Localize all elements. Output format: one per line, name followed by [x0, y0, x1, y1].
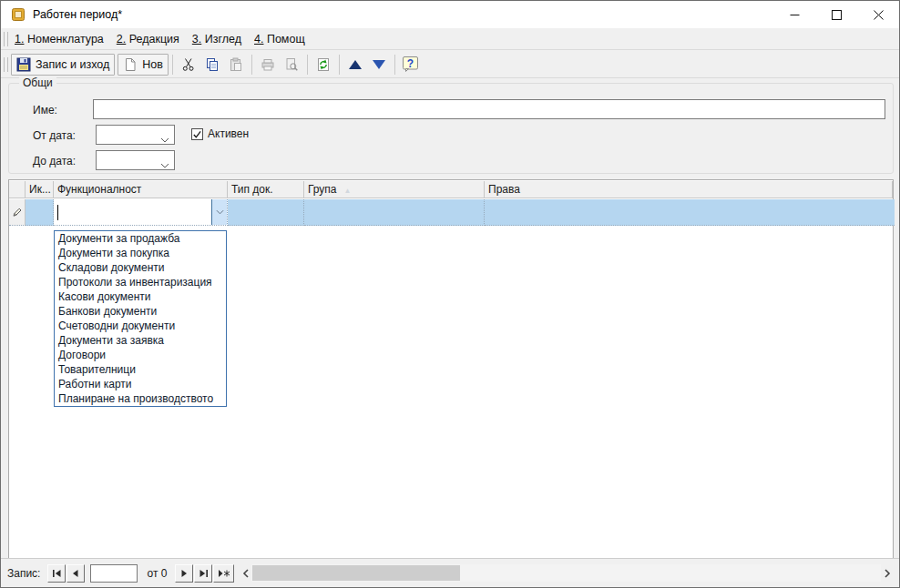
dropdown-item[interactable]: Товарителници — [55, 362, 226, 377]
dropdown-item[interactable]: Банкови документи — [55, 304, 226, 319]
new-record-button[interactable] — [213, 564, 234, 583]
previous-record-icon — [71, 569, 80, 578]
save-exit-button[interactable]: Запис и изход — [11, 54, 115, 76]
menu-bar: 1. Номенклатура 2. Редакция 3. Изглед 4.… — [1, 28, 899, 50]
dropdown-item[interactable]: Счетоводни документи — [55, 319, 226, 333]
scrollbar-thumb[interactable] — [252, 565, 460, 581]
dropdown-item[interactable]: Протоколи за инвентаризация — [55, 275, 226, 289]
help-icon: ? — [402, 56, 419, 73]
scroll-left-button[interactable] — [240, 564, 251, 582]
general-groupbox: Общи Име: От дата: Активен До дата: — [8, 83, 894, 174]
to-date-label: До дата: — [33, 155, 76, 167]
chevron-down-icon — [216, 209, 224, 215]
minimize-button[interactable] — [773, 1, 815, 28]
active-checkbox-row: Активен — [191, 127, 249, 140]
chevron-down-icon — [160, 158, 169, 171]
menu-redakcia[interactable]: 2. Редакция — [110, 30, 186, 48]
first-record-icon — [52, 569, 62, 578]
menu-pomosht[interactable]: 4. Помощ — [248, 30, 312, 48]
menu-izgled[interactable]: 3. Изглед — [186, 30, 248, 48]
column-header-group-label: Група — [308, 183, 337, 196]
copy-icon — [205, 57, 220, 72]
column-header-selector — [9, 181, 26, 198]
dropdown-item[interactable]: Документи за продажба — [55, 231, 226, 246]
cell-dropdown-button[interactable] — [211, 199, 227, 225]
cell-group[interactable] — [304, 199, 485, 226]
dropdown-item[interactable]: Договори — [55, 348, 226, 362]
column-header-doctype[interactable]: Тип док. — [228, 181, 304, 198]
cell-functionality-editor[interactable] — [54, 199, 228, 226]
print-preview-icon — [284, 57, 299, 72]
move-up-button[interactable] — [344, 54, 366, 76]
name-input[interactable] — [93, 99, 885, 119]
move-down-icon — [373, 60, 385, 69]
dropdown-item[interactable]: Складови документи — [55, 260, 226, 275]
maximize-button[interactable] — [815, 1, 857, 28]
to-date-combobox[interactable] — [96, 150, 175, 170]
toolbar: Запис и изход Нов — [1, 51, 899, 78]
print-button[interactable] — [257, 54, 279, 76]
print-preview-button[interactable] — [281, 54, 302, 76]
chevron-right-icon — [884, 569, 891, 578]
app-icon — [11, 7, 26, 22]
column-header-icon[interactable]: Ик... — [26, 181, 54, 198]
move-up-icon — [349, 60, 362, 69]
cell-rights[interactable] — [485, 199, 895, 226]
cell-doctype[interactable] — [228, 199, 304, 226]
chevron-left-icon — [242, 569, 250, 578]
new-button[interactable]: Нов — [118, 54, 169, 76]
check-icon — [192, 129, 202, 139]
print-icon — [261, 57, 275, 72]
last-record-button[interactable] — [194, 564, 212, 583]
paste-icon — [229, 57, 243, 72]
dropdown-item[interactable]: Работни карти — [55, 377, 226, 391]
new-label: Нов — [142, 58, 163, 71]
toolbar-separator — [251, 55, 252, 75]
dropdown-item[interactable]: Документи за заявка — [55, 333, 226, 348]
active-checkbox-label: Активен — [208, 127, 249, 140]
title-bar: Работен период* — [1, 1, 899, 28]
column-header-rights[interactable]: Права — [485, 181, 893, 198]
dropdown-item[interactable]: Планиране на производството — [55, 391, 226, 406]
first-record-button[interactable] — [47, 564, 66, 583]
row-selector-cell[interactable] — [9, 199, 26, 226]
minimize-icon — [790, 10, 800, 20]
chevron-down-icon — [160, 133, 169, 146]
functionality-dropdown-list: Документи за продажба Документи за покуп… — [54, 230, 227, 407]
close-icon — [874, 10, 884, 20]
copy-button[interactable] — [201, 54, 223, 76]
cell-icon[interactable] — [26, 199, 54, 226]
column-header-group[interactable]: Група▲ — [304, 181, 485, 198]
sort-ascending-icon: ▲ — [344, 187, 352, 195]
close-button[interactable] — [857, 1, 899, 28]
text-caret — [57, 205, 58, 220]
toolbar-separator — [172, 55, 173, 75]
record-position-input[interactable] — [90, 564, 138, 583]
dropdown-item[interactable]: Касови документи — [55, 289, 226, 304]
save-exit-label: Запис и изход — [36, 58, 109, 71]
svg-text:?: ? — [407, 57, 414, 70]
toolbar-gripper[interactable] — [4, 57, 8, 72]
refresh-button[interactable] — [312, 54, 334, 76]
menu-nomenklatura[interactable]: 1. Номенклатура — [8, 30, 110, 48]
save-icon — [16, 57, 31, 72]
scroll-right-button[interactable] — [881, 564, 893, 582]
new-document-icon — [123, 57, 138, 72]
from-date-combobox[interactable] — [96, 125, 175, 145]
cut-button[interactable] — [178, 54, 199, 76]
record-navigator: Запис: от 0 — [1, 558, 899, 587]
help-button[interactable]: ? — [400, 54, 422, 76]
dropdown-item[interactable]: Документи за покупка — [55, 246, 226, 260]
refresh-icon — [316, 57, 331, 72]
paste-button[interactable] — [225, 54, 247, 76]
next-record-button[interactable] — [175, 564, 193, 583]
app-window: Работен период* 1. Номенклатура 2. Редак… — [0, 0, 900, 588]
previous-record-button[interactable] — [66, 564, 85, 583]
toolbar-separator — [307, 55, 308, 75]
scrollbar-track[interactable] — [251, 564, 881, 582]
toolbar-separator — [394, 55, 395, 75]
column-header-functionality[interactable]: Функционалност — [54, 181, 228, 198]
move-down-button[interactable] — [368, 54, 390, 76]
next-record-icon — [179, 569, 189, 578]
active-checkbox[interactable] — [191, 128, 203, 140]
